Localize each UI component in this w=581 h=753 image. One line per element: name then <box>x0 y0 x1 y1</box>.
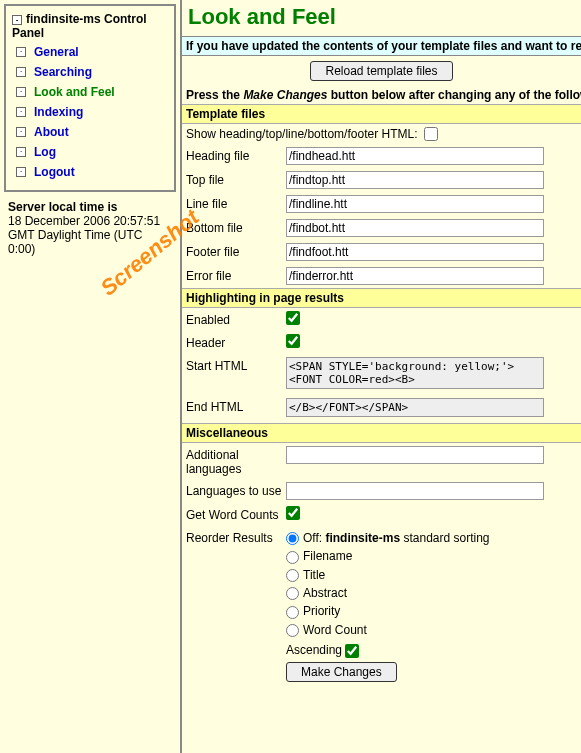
heading-file-input[interactable] <box>286 147 544 165</box>
bottom-file-input[interactable] <box>286 219 544 237</box>
wordcount-label: Get Word Counts <box>186 506 286 522</box>
reload-template-button[interactable]: Reload template files <box>310 61 452 81</box>
show-html-checkbox[interactable] <box>424 127 438 141</box>
sidebar-item-indexing[interactable]: ·Indexing <box>8 102 172 122</box>
top-file-input[interactable] <box>286 171 544 189</box>
reorder-off[interactable]: Off: findinsite-ms standard sorting <box>286 529 577 547</box>
section-misc: Miscellaneous <box>182 423 581 443</box>
uselang-input[interactable] <box>286 482 544 500</box>
reorder-filename[interactable]: Filename <box>286 547 577 565</box>
make-changes-button[interactable]: Make Changes <box>286 662 397 682</box>
heading-file-label: Heading file <box>186 147 286 163</box>
addlang-input[interactable] <box>286 446 544 464</box>
press-info: Press the Make Changes button below afte… <box>182 86 581 104</box>
header-label: Header <box>186 334 286 350</box>
footer-file-input[interactable] <box>286 243 544 261</box>
enabled-checkbox[interactable] <box>286 311 300 325</box>
minus-icon: - <box>12 15 22 25</box>
bullet-icon: · <box>16 107 26 117</box>
sidebar-item-log[interactable]: ·Log <box>8 142 172 162</box>
addlang-label: Additional languages <box>186 446 286 476</box>
top-file-label: Top file <box>186 171 286 187</box>
bullet-icon: · <box>16 67 26 77</box>
sidebar-item-general[interactable]: ·General <box>8 42 172 62</box>
header-checkbox[interactable] <box>286 334 300 348</box>
panel-title: -findinsite-ms Control Panel <box>8 10 172 42</box>
reorder-title[interactable]: Title <box>286 566 577 584</box>
enabled-label: Enabled <box>186 311 286 327</box>
uselang-label: Languages to use <box>186 482 286 498</box>
end-html-label: End HTML <box>186 398 286 414</box>
control-panel-nav: -findinsite-ms Control Panel ·General ·S… <box>4 4 176 192</box>
error-file-input[interactable] <box>286 267 544 285</box>
sidebar-item-about[interactable]: ·About <box>8 122 172 142</box>
update-info: If you have updated the contents of your… <box>182 36 581 56</box>
ascending-checkbox[interactable] <box>345 644 359 658</box>
section-highlighting: Highlighting in page results <box>182 288 581 308</box>
bullet-icon: · <box>16 167 26 177</box>
reorder-priority[interactable]: Priority <box>286 602 577 620</box>
reorder-wordcount[interactable]: Word Count <box>286 621 577 639</box>
wordcount-checkbox[interactable] <box>286 506 300 520</box>
server-time: Server local time is 18 December 2006 20… <box>4 192 176 264</box>
show-html-label: Show heading/top/line/bottom/footer HTML… <box>186 127 417 141</box>
reorder-label: Reorder Results <box>186 529 286 545</box>
sidebar-item-look-and-feel[interactable]: ·Look and Feel <box>8 82 172 102</box>
end-html-input[interactable]: </B></FONT></SPAN> <box>286 398 544 417</box>
ascending-label: Ascending <box>286 643 342 657</box>
sidebar-item-searching[interactable]: ·Searching <box>8 62 172 82</box>
start-html-input[interactable]: <SPAN STYLE='background: yellow;'><FONT … <box>286 357 544 389</box>
reorder-abstract[interactable]: Abstract <box>286 584 577 602</box>
error-file-label: Error file <box>186 267 286 283</box>
bullet-icon: · <box>16 47 26 57</box>
bullet-icon: · <box>16 87 26 97</box>
page-title: Look and Feel <box>182 0 581 36</box>
line-file-label: Line file <box>186 195 286 211</box>
section-template-files: Template files <box>182 104 581 124</box>
sidebar-item-logout[interactable]: ·Logout <box>8 162 172 182</box>
bullet-icon: · <box>16 127 26 137</box>
bullet-icon: · <box>16 147 26 157</box>
reorder-radio-group: Off: findinsite-ms standard sorting File… <box>286 529 577 682</box>
start-html-label: Start HTML <box>186 357 286 373</box>
footer-file-label: Footer file <box>186 243 286 259</box>
line-file-input[interactable] <box>286 195 544 213</box>
bottom-file-label: Bottom file <box>186 219 286 235</box>
